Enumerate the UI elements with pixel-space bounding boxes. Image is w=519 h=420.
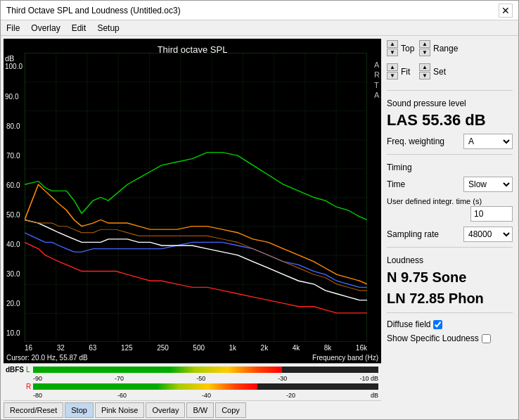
L-channel-label: L — [26, 366, 33, 374]
sampling-rate-row: Sampling rate 441004800096000 — [387, 227, 513, 242]
stop-button[interactable]: Stop — [65, 402, 94, 418]
y-tick-80: 80.0 — [6, 122, 20, 130]
x-tick-2k: 2k — [261, 344, 269, 352]
user-defined-row: User defined integr. time (s) — [387, 197, 513, 222]
y-tick-50: 50.0 — [6, 211, 20, 219]
loudness-ln: LN 72.85 Phon — [387, 289, 513, 307]
menu-setup[interactable]: Setup — [94, 22, 122, 34]
pink-noise-button[interactable]: Pink Noise — [95, 402, 145, 418]
tick-labels-R: -80 -60 -40 -20 dB — [33, 392, 378, 399]
menu-file[interactable]: File — [4, 22, 23, 34]
tick--70: -70 — [115, 375, 124, 382]
top-spin: ▲ ▼ — [387, 40, 398, 56]
sampling-rate-select[interactable]: 441004800096000 — [463, 227, 513, 242]
bw-button[interactable]: B/W — [186, 402, 214, 418]
diffuse-field-label: Diffuse field — [387, 319, 430, 329]
R-meter-bar — [33, 383, 378, 390]
chart-area: Third octave SPL ARTA dB 100.0 90.0 80.0… — [4, 39, 381, 363]
sampling-rate-label: Sampling rate — [387, 229, 439, 239]
main-content: Third octave SPL ARTA dB 100.0 90.0 80.0… — [1, 36, 518, 419]
time-row: Time SlowFastImpulse — [387, 177, 513, 192]
y-tick-60: 60.0 — [6, 182, 20, 189]
time-select[interactable]: SlowFastImpulse — [463, 177, 513, 192]
show-specific-label: Show Specific Loudness — [387, 333, 479, 343]
action-buttons: Record/Reset Stop Pink Noise Overlay B/W… — [4, 400, 381, 419]
x-tick-250: 250 — [157, 344, 169, 352]
tick-R--80: -80 — [33, 392, 42, 399]
title-bar: Third Octave SPL and Loudness (Untitled.… — [1, 1, 518, 20]
tick-row-2: -80 -60 -40 -20 dB — [4, 391, 381, 399]
y-tick-40: 40.0 — [6, 241, 20, 248]
diffuse-field-checkbox[interactable] — [433, 320, 442, 329]
svg-rect-0 — [25, 53, 367, 342]
tick--90: -90 — [33, 375, 42, 382]
x-tick-4k: 4k — [293, 344, 300, 352]
x-tick-8k: 8k — [324, 344, 332, 352]
close-button[interactable]: ✕ — [499, 4, 513, 18]
divider-3 — [387, 247, 513, 248]
main-window: Third Octave SPL and Loudness (Untitled.… — [0, 0, 519, 420]
loudness-label: Loudness — [387, 255, 513, 265]
menu-edit[interactable]: Edit — [69, 22, 89, 34]
menu-bar: File Overlay Edit Setup — [1, 20, 518, 36]
R-meter-fill — [33, 383, 257, 390]
copy-button[interactable]: Copy — [215, 402, 246, 418]
top-up-button[interactable]: ▲ — [387, 40, 398, 48]
chart-footer: Cursor: 20.0 Hz, 55.87 dB Frequency band… — [6, 354, 378, 362]
set-spin: ▲ ▼ — [419, 63, 430, 79]
x-tick-125: 125 — [121, 344, 133, 352]
range-label: Range — [433, 44, 458, 53]
L-meter-row: dBFS L — [4, 365, 381, 374]
meter-area: dBFS L -90 -70 -50 -30 - — [4, 363, 381, 400]
fit-label: Fit — [401, 67, 416, 77]
L-meter-bar — [33, 367, 378, 373]
freq-weighting-select[interactable]: ABCZ — [463, 134, 513, 149]
y-tick-30: 30.0 — [6, 270, 20, 278]
user-defined-label: User defined integr. time (s) — [387, 197, 513, 205]
tick-labels-L: -90 -70 -50 -30 -10 dB — [33, 375, 378, 382]
fit-down-button[interactable]: ▼ — [387, 72, 398, 79]
R-meter-row: R — [4, 382, 381, 391]
divider-1 — [387, 90, 513, 91]
tick--30: -30 — [278, 375, 287, 382]
range-up-button[interactable]: ▲ — [419, 40, 430, 48]
set-down-button[interactable]: ▼ — [419, 72, 430, 79]
fit-spin: ▲ ▼ — [387, 63, 398, 79]
chart-container: Third octave SPL ARTA dB 100.0 90.0 80.0… — [4, 39, 381, 419]
y-tick-20: 20.0 — [6, 300, 20, 307]
overlay-button[interactable]: Overlay — [146, 402, 185, 418]
top-label: Top — [401, 44, 416, 53]
spl-section-label: Sound pressure level — [387, 98, 513, 108]
time-label: Time — [387, 179, 405, 189]
set-up-button[interactable]: ▲ — [419, 63, 430, 71]
set-label: Set — [433, 67, 449, 77]
record-reset-button[interactable]: Record/Reset — [4, 402, 63, 418]
menu-overlay[interactable]: Overlay — [28, 22, 63, 34]
y-tick-90: 90.0 — [5, 93, 18, 101]
chart-svg — [25, 53, 367, 342]
user-defined-input[interactable] — [470, 206, 513, 222]
R-channel-label: R — [26, 383, 33, 390]
diffuse-field-row: Diffuse field — [387, 319, 513, 329]
top-down-button[interactable]: ▼ — [387, 49, 398, 56]
x-tick-32: 32 — [57, 344, 65, 352]
tick-R--20: -20 — [286, 392, 295, 399]
divider-4 — [387, 312, 513, 313]
x-tick-63: 63 — [89, 344, 96, 352]
fit-up-button[interactable]: ▲ — [387, 63, 398, 71]
dbfs-label: dBFS — [4, 366, 26, 374]
tick--50: -50 — [196, 375, 205, 382]
cursor-info: Cursor: 20.0 Hz, 55.87 dB — [6, 354, 88, 362]
timing-label: Timing — [387, 163, 513, 172]
y-tick-70: 70.0 — [6, 152, 20, 160]
x-tick-1k: 1k — [229, 344, 237, 352]
tick--10dB: -10 dB — [359, 375, 378, 382]
x-tick-500: 500 — [193, 344, 205, 352]
loudness-n: N 9.75 Sone — [387, 268, 513, 286]
x-tick-16k: 16k — [356, 344, 367, 352]
range-down-button[interactable]: ▼ — [419, 49, 430, 56]
divider-2 — [387, 154, 513, 155]
show-specific-checkbox[interactable] — [482, 334, 491, 343]
freq-label: Frequency band (Hz) — [312, 354, 378, 362]
window-title: Third Octave SPL and Loudness (Untitled.… — [6, 6, 181, 15]
